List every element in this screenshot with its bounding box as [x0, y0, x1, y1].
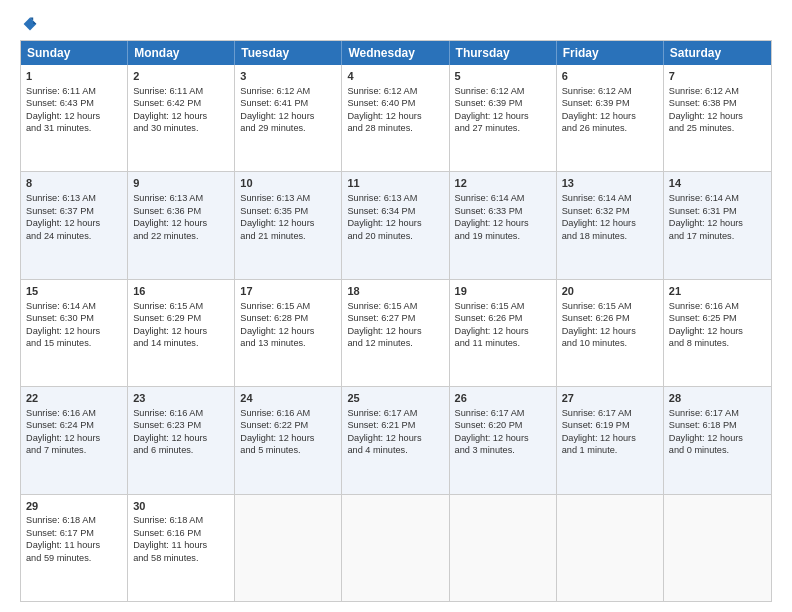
empty-cell-r4c5 — [557, 495, 664, 601]
header-day-tuesday: Tuesday — [235, 41, 342, 65]
day-cell-25: 25Sunrise: 6:17 AMSunset: 6:21 PMDayligh… — [342, 387, 449, 493]
day-number: 27 — [562, 391, 658, 406]
day-cell-15: 15Sunrise: 6:14 AMSunset: 6:30 PMDayligh… — [21, 280, 128, 386]
day-number: 29 — [26, 499, 122, 514]
day-info-line: Sunset: 6:26 PM — [562, 312, 658, 324]
day-info-line: Sunrise: 6:13 AM — [26, 192, 122, 204]
header-day-friday: Friday — [557, 41, 664, 65]
day-number: 7 — [669, 69, 766, 84]
day-info-line: and 3 minutes. — [455, 444, 551, 456]
day-info-line: Daylight: 12 hours — [240, 110, 336, 122]
day-cell-11: 11Sunrise: 6:13 AMSunset: 6:34 PMDayligh… — [342, 172, 449, 278]
day-number: 26 — [455, 391, 551, 406]
day-info-line: and 28 minutes. — [347, 122, 443, 134]
day-cell-28: 28Sunrise: 6:17 AMSunset: 6:18 PMDayligh… — [664, 387, 771, 493]
day-cell-23: 23Sunrise: 6:16 AMSunset: 6:23 PMDayligh… — [128, 387, 235, 493]
day-info-line: Sunset: 6:19 PM — [562, 419, 658, 431]
day-info-line: and 15 minutes. — [26, 337, 122, 349]
day-number: 14 — [669, 176, 766, 191]
day-info-line: Daylight: 12 hours — [133, 110, 229, 122]
day-info-line: Sunrise: 6:18 AM — [26, 514, 122, 526]
day-info-line: Sunrise: 6:12 AM — [455, 85, 551, 97]
day-number: 9 — [133, 176, 229, 191]
day-info-line: Daylight: 12 hours — [347, 432, 443, 444]
day-number: 15 — [26, 284, 122, 299]
day-info-line: Sunset: 6:32 PM — [562, 205, 658, 217]
day-info-line: and 58 minutes. — [133, 552, 229, 564]
day-info-line: Daylight: 12 hours — [240, 325, 336, 337]
day-info-line: and 6 minutes. — [133, 444, 229, 456]
day-number: 25 — [347, 391, 443, 406]
day-info-line: and 25 minutes. — [669, 122, 766, 134]
day-info-line: Daylight: 12 hours — [562, 217, 658, 229]
day-number: 6 — [562, 69, 658, 84]
day-number: 16 — [133, 284, 229, 299]
day-info-line: Daylight: 12 hours — [26, 110, 122, 122]
day-info-line: Sunrise: 6:16 AM — [26, 407, 122, 419]
day-info-line: Sunrise: 6:12 AM — [240, 85, 336, 97]
day-cell-10: 10Sunrise: 6:13 AMSunset: 6:35 PMDayligh… — [235, 172, 342, 278]
header — [20, 16, 772, 32]
day-cell-4: 4Sunrise: 6:12 AMSunset: 6:40 PMDaylight… — [342, 65, 449, 171]
day-info-line: Sunrise: 6:12 AM — [669, 85, 766, 97]
day-info-line: Sunrise: 6:14 AM — [669, 192, 766, 204]
day-number: 8 — [26, 176, 122, 191]
day-cell-22: 22Sunrise: 6:16 AMSunset: 6:24 PMDayligh… — [21, 387, 128, 493]
day-number: 11 — [347, 176, 443, 191]
day-cell-8: 8Sunrise: 6:13 AMSunset: 6:37 PMDaylight… — [21, 172, 128, 278]
day-info-line: and 22 minutes. — [133, 230, 229, 242]
day-cell-16: 16Sunrise: 6:15 AMSunset: 6:29 PMDayligh… — [128, 280, 235, 386]
day-number: 24 — [240, 391, 336, 406]
calendar-body: 1Sunrise: 6:11 AMSunset: 6:43 PMDaylight… — [21, 65, 771, 601]
calendar-row-4: 22Sunrise: 6:16 AMSunset: 6:24 PMDayligh… — [21, 387, 771, 494]
day-info-line: Daylight: 12 hours — [26, 217, 122, 229]
day-info-line: Sunrise: 6:14 AM — [26, 300, 122, 312]
day-cell-29: 29Sunrise: 6:18 AMSunset: 6:17 PMDayligh… — [21, 495, 128, 601]
day-info-line: Sunset: 6:36 PM — [133, 205, 229, 217]
day-cell-24: 24Sunrise: 6:16 AMSunset: 6:22 PMDayligh… — [235, 387, 342, 493]
day-cell-13: 13Sunrise: 6:14 AMSunset: 6:32 PMDayligh… — [557, 172, 664, 278]
day-info-line: Sunset: 6:34 PM — [347, 205, 443, 217]
day-info-line: and 59 minutes. — [26, 552, 122, 564]
day-info-line: Sunrise: 6:13 AM — [240, 192, 336, 204]
day-info-line: and 19 minutes. — [455, 230, 551, 242]
day-info-line: Daylight: 11 hours — [26, 539, 122, 551]
day-info-line: and 7 minutes. — [26, 444, 122, 456]
day-cell-1: 1Sunrise: 6:11 AMSunset: 6:43 PMDaylight… — [21, 65, 128, 171]
calendar-row-5: 29Sunrise: 6:18 AMSunset: 6:17 PMDayligh… — [21, 495, 771, 601]
day-number: 17 — [240, 284, 336, 299]
day-info-line: Daylight: 12 hours — [455, 432, 551, 444]
day-info-line: Sunset: 6:42 PM — [133, 97, 229, 109]
day-cell-30: 30Sunrise: 6:18 AMSunset: 6:16 PMDayligh… — [128, 495, 235, 601]
day-number: 23 — [133, 391, 229, 406]
day-cell-21: 21Sunrise: 6:16 AMSunset: 6:25 PMDayligh… — [664, 280, 771, 386]
day-cell-19: 19Sunrise: 6:15 AMSunset: 6:26 PMDayligh… — [450, 280, 557, 386]
day-info-line: Daylight: 12 hours — [133, 432, 229, 444]
day-info-line: Sunrise: 6:13 AM — [347, 192, 443, 204]
day-number: 30 — [133, 499, 229, 514]
day-info-line: Sunrise: 6:16 AM — [669, 300, 766, 312]
header-day-sunday: Sunday — [21, 41, 128, 65]
day-info-line: and 24 minutes. — [26, 230, 122, 242]
day-info-line: and 13 minutes. — [240, 337, 336, 349]
calendar-row-2: 8Sunrise: 6:13 AMSunset: 6:37 PMDaylight… — [21, 172, 771, 279]
header-day-wednesday: Wednesday — [342, 41, 449, 65]
day-info-line: Sunrise: 6:17 AM — [455, 407, 551, 419]
empty-cell-r4c2 — [235, 495, 342, 601]
day-cell-14: 14Sunrise: 6:14 AMSunset: 6:31 PMDayligh… — [664, 172, 771, 278]
day-cell-17: 17Sunrise: 6:15 AMSunset: 6:28 PMDayligh… — [235, 280, 342, 386]
day-info-line: Sunset: 6:39 PM — [562, 97, 658, 109]
day-info-line: and 10 minutes. — [562, 337, 658, 349]
day-info-line: Sunset: 6:37 PM — [26, 205, 122, 217]
day-info-line: Sunset: 6:41 PM — [240, 97, 336, 109]
day-info-line: Sunset: 6:38 PM — [669, 97, 766, 109]
day-info-line: Sunset: 6:40 PM — [347, 97, 443, 109]
day-info-line: and 1 minute. — [562, 444, 658, 456]
day-info-line: Sunrise: 6:15 AM — [562, 300, 658, 312]
day-info-line: Daylight: 12 hours — [562, 325, 658, 337]
day-info-line: Sunset: 6:25 PM — [669, 312, 766, 324]
day-info-line: Sunrise: 6:15 AM — [240, 300, 336, 312]
day-info-line: Daylight: 11 hours — [133, 539, 229, 551]
day-number: 20 — [562, 284, 658, 299]
day-info-line: Sunrise: 6:13 AM — [133, 192, 229, 204]
